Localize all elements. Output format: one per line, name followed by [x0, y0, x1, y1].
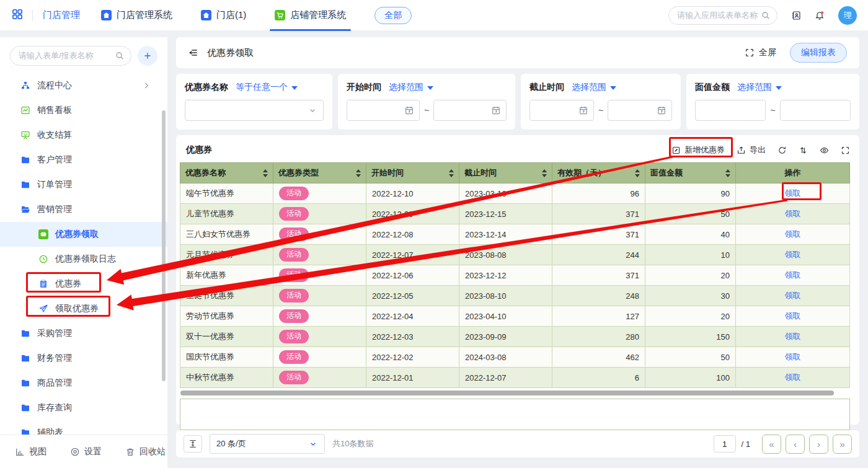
sidebar-search-input[interactable]: 请输入表单/报表名称 — [10, 46, 131, 66]
prev-page-button[interactable]: ‹ — [786, 435, 805, 454]
type-badge: 活动 — [279, 371, 309, 384]
sidebar-item-7[interactable]: 优惠券领取日志 — [0, 247, 167, 272]
topbar-tab-0[interactable]: 门店管理系统 — [101, 0, 172, 31]
home-icon — [101, 10, 112, 20]
receive-link[interactable]: 领取 — [785, 291, 801, 300]
receive-link[interactable]: 领取 — [785, 250, 801, 259]
filter-operator[interactable]: 选择范围 — [572, 82, 616, 93]
sidebar-footer-2[interactable]: 回收站 — [125, 446, 166, 457]
avatar[interactable]: 理 — [838, 6, 857, 25]
table-row: 三八妇女节优惠券 活动 2022-12-08 2023-12-14 371 40… — [180, 224, 850, 245]
sort-carets-icon[interactable] — [725, 169, 730, 177]
topbar-tabs: 门店管理系统门店(1)店铺管理系统 — [101, 0, 374, 31]
type-badge: 活动 — [279, 268, 309, 282]
receive-link[interactable]: 领取 — [785, 352, 801, 361]
sort-carets-icon[interactable] — [542, 169, 547, 177]
fullscreen-toggle[interactable]: 全屏 — [745, 47, 776, 58]
add-form-button[interactable] — [138, 46, 157, 66]
home-link[interactable]: 门店管理 — [43, 9, 80, 21]
total-count-label: 共10条数据 — [332, 438, 373, 449]
all-pill-button[interactable]: 全部 — [374, 7, 412, 24]
column-header[interactable]: 有效期（天） — [552, 163, 645, 183]
column-header[interactable]: 面值金额 — [645, 163, 736, 183]
edit-report-button[interactable]: 编辑报表 — [790, 43, 847, 63]
current-page-input[interactable]: 1 — [714, 435, 736, 453]
export-button[interactable]: 导出 — [737, 144, 766, 156]
column-header[interactable]: 截止时间 — [459, 163, 552, 183]
sort-carets-icon[interactable] — [449, 169, 454, 177]
column-header[interactable]: 操作 — [736, 163, 850, 183]
receive-link[interactable]: 领取 — [785, 229, 801, 239]
send-icon — [38, 304, 48, 314]
table-row: 端午节优惠券 活动 2022-12-10 2023-03-16 96 90 领取 — [180, 183, 850, 204]
sidebar-item-4[interactable]: 订单管理 — [0, 172, 167, 197]
sidebar-item-8[interactable]: 优惠券 — [0, 272, 167, 296]
sidebar-item-9[interactable]: 领取优惠券 — [0, 296, 167, 321]
contacts-icon[interactable] — [791, 11, 801, 20]
folder-icon — [20, 180, 30, 190]
column-header[interactable]: 开始时间 — [366, 163, 459, 183]
type-badge: 活动 — [279, 309, 309, 323]
column-header[interactable]: 优惠券类型 — [273, 163, 366, 183]
filter-operator[interactable]: 选择范围 — [737, 82, 782, 93]
table-fullscreen-button[interactable] — [841, 146, 850, 155]
table-empty-area — [180, 399, 850, 430]
table-card: 优惠券 新增优惠券 导出 优惠券名称优惠券类型开始时间截止时间有效期（天）面值金… — [176, 135, 859, 425]
receive-link[interactable]: 领取 — [785, 332, 801, 341]
filter-number-from[interactable] — [695, 100, 766, 121]
shop-icon — [275, 10, 285, 20]
column-visibility-button[interactable] — [820, 146, 829, 155]
receive-link[interactable]: 领取 — [785, 311, 801, 320]
filter-number-to[interactable] — [780, 100, 851, 121]
sidebar-item-2[interactable]: 收支结算 — [0, 123, 167, 148]
horizontal-scrollbar-thumb[interactable] — [180, 391, 834, 395]
sidebar-item-10[interactable]: 采购管理 — [0, 321, 167, 346]
sidebar-footer: 视图设置回收站 — [0, 435, 167, 468]
receive-link[interactable]: 领取 — [785, 188, 801, 198]
notification-bell-icon[interactable] — [815, 11, 825, 20]
collapse-sidebar-icon[interactable] — [188, 48, 198, 58]
app-grid-icon[interactable] — [11, 8, 24, 22]
sort-button[interactable] — [799, 146, 808, 155]
sidebar-item-11[interactable]: 财务管理 — [0, 346, 167, 371]
row-height-button[interactable] — [184, 435, 202, 453]
add-coupon-button[interactable]: 新增优惠券 — [671, 144, 725, 156]
topbar-tab-1[interactable]: 门店(1) — [201, 0, 246, 31]
filter-select[interactable] — [185, 100, 324, 121]
sidebar-item-14[interactable]: 辅助表 — [0, 420, 167, 435]
table-row: 圣诞节优惠券 活动 2022-12-05 2023-08-10 248 30 领… — [180, 286, 850, 306]
refresh-button[interactable] — [777, 146, 787, 155]
sidebar-item-13[interactable]: 库存查询 — [0, 395, 167, 420]
sidebar-item-6[interactable]: 优惠券领取 — [0, 222, 167, 247]
receive-link[interactable]: 领取 — [785, 373, 801, 382]
receive-link[interactable]: 领取 — [785, 209, 801, 218]
sidebar-item-3[interactable]: 客户管理 — [0, 148, 167, 172]
sort-carets-icon[interactable] — [356, 169, 361, 177]
next-page-button[interactable]: › — [809, 435, 828, 454]
receive-link[interactable]: 领取 — [785, 270, 801, 280]
first-page-button[interactable]: « — [762, 435, 781, 454]
sidebar-footer-0[interactable]: 视图 — [15, 446, 46, 457]
filter-date-from[interactable] — [347, 100, 420, 121]
sidebar-item-1[interactable]: 销售看板 — [0, 98, 167, 123]
page-size-select[interactable]: 20 条/页 — [210, 434, 325, 454]
sitemap-icon — [20, 81, 30, 91]
sort-carets-icon[interactable] — [635, 169, 640, 177]
last-page-button[interactable]: » — [833, 435, 852, 454]
filter-date-to[interactable] — [608, 100, 672, 121]
sidebar-footer-1[interactable]: 设置 — [70, 446, 102, 457]
filter-operator[interactable]: 等于任意一个 — [236, 82, 298, 93]
sidebar-item-12[interactable]: 商品管理 — [0, 371, 167, 395]
sort-carets-icon[interactable] — [263, 169, 268, 177]
filter-date-to[interactable] — [433, 100, 507, 121]
sidebar-item-5[interactable]: 营销管理 — [0, 197, 167, 222]
global-search-input[interactable]: 请输入应用或表单名称 — [668, 6, 777, 25]
filter-date-from[interactable] — [529, 100, 594, 121]
table-title: 优惠券 — [186, 144, 212, 156]
gear-icon — [70, 447, 80, 457]
sidebar-item-0[interactable]: 流程中心 — [0, 73, 167, 98]
topbar-tab-2[interactable]: 店铺管理系统 — [275, 0, 346, 31]
sidebar-scrollbar[interactable] — [162, 110, 166, 381]
column-header[interactable]: 优惠券名称 — [180, 163, 273, 183]
filter-operator[interactable]: 选择范围 — [389, 82, 433, 93]
